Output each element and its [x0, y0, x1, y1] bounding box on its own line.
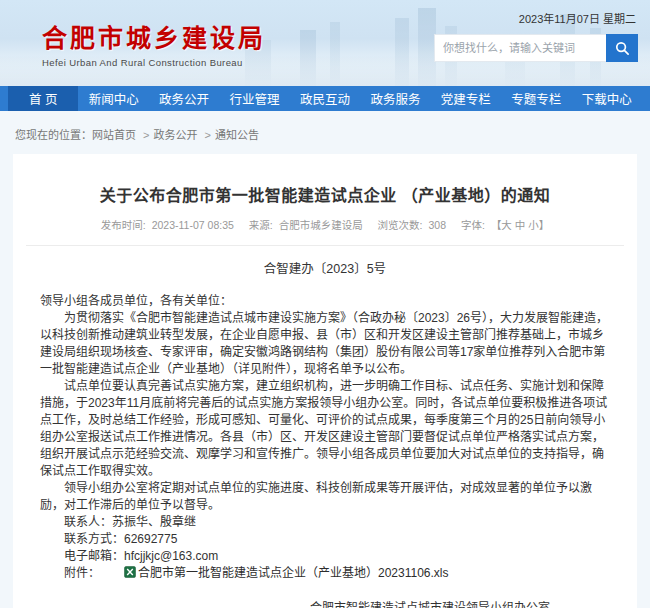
font-size-label: 字体: — [461, 219, 485, 231]
attachment-link[interactable]: 合肥市第一批智能建造试点企业（产业基地）20231106.xls — [138, 566, 449, 580]
contact-phone: 联系方式：62692775 — [40, 531, 610, 548]
nav-item-interaction[interactable]: 政民互动 — [290, 86, 360, 111]
publish-time-label: 发布时间: — [101, 219, 146, 231]
search-bar — [434, 34, 638, 62]
salutation: 领导小组各成员单位，各有关单位： — [40, 293, 610, 310]
font-size-controls[interactable]: 【大 中 小】 — [491, 219, 549, 231]
page: 合肥市城乡建设局 Hefei Urban And Rural Construct… — [0, 0, 650, 608]
search-button[interactable] — [606, 34, 638, 62]
paragraph: 试点单位要认真完善试点实施方案，建立组织机构，进一步明确工作目标、试点任务、实施… — [40, 378, 610, 480]
document-number: 合智建办〔2023〕5号 — [40, 258, 610, 277]
signature-block: 合肥市智能建造试点城市建设领导小组办公室 2023年11月6日 — [310, 599, 550, 608]
article-body: 领导小组各成员单位，各有关单位： 为贯彻落实《合肥市智能建造试点城市建设实施方案… — [40, 293, 610, 608]
header-date: 2023年11月07日 星期二 — [434, 10, 638, 26]
breadcrumb-separator: > — [205, 129, 211, 141]
nav-item-downloads[interactable]: 下载中心 — [572, 86, 642, 111]
contact-email: 电子邮箱：hfcjjkjc@163.com — [40, 548, 610, 565]
contact-person: 联系人：苏振华、殷章继 — [40, 514, 610, 531]
breadcrumb-label: 您现在的位置： — [15, 129, 92, 141]
breadcrumb: 您现在的位置：网站首页 >政务公开 >通知公告 — [0, 111, 650, 154]
title-divider — [26, 245, 624, 246]
nav-item-services[interactable]: 政务服务 — [360, 86, 430, 111]
excel-file-icon — [100, 566, 136, 583]
site-logo-title: 合肥市城乡建设局 — [42, 18, 266, 54]
signature-org: 合肥市智能建造试点城市建设领导小组办公室 — [310, 599, 550, 608]
nav-item-industry-mgmt[interactable]: 行业管理 — [219, 86, 289, 111]
nav-item-party-building[interactable]: 党建专栏 — [431, 86, 501, 111]
views-count: 308 — [429, 219, 447, 231]
nav-item-special-topics[interactable]: 专题专栏 — [501, 86, 571, 111]
paragraph: 领导小组办公室将定期对试点单位的实施进度、科技创新成果等开展评估，对成效显著的单… — [40, 480, 610, 514]
search-input[interactable] — [434, 34, 606, 62]
attachment-row: 附件：合肥市第一批智能建造试点企业（产业基地）20231106.xls — [40, 565, 610, 583]
nav-item-gov-affairs[interactable]: 政务公开 — [149, 86, 219, 111]
article-card: 关于公布合肥市第一批智能建造试点企业 （产业基地）的通知 发布时间:2023-1… — [13, 154, 637, 608]
main-nav: 首 页 新闻中心 政务公开 行业管理 政民互动 政务服务 党建专栏 专题专栏 下… — [0, 86, 650, 111]
site-logo-subtitle: Hefei Urban And Rural Construction Burea… — [42, 57, 266, 68]
nav-item-news[interactable]: 新闻中心 — [78, 86, 148, 111]
nav-item-home[interactable]: 首 页 — [8, 86, 78, 111]
source-label: 来源: — [249, 219, 273, 231]
source-value: 合肥市城乡建设局 — [279, 219, 363, 231]
page-header: 合肥市城乡建设局 Hefei Urban And Rural Construct… — [0, 0, 650, 86]
article-meta: 发布时间:2023-11-07 08:35 来源:合肥市城乡建设局 浏览次数:3… — [40, 217, 610, 232]
views-label: 浏览次数: — [378, 219, 423, 231]
publish-time: 2023-11-07 08:35 — [152, 219, 234, 231]
attachment-label: 附件： — [64, 566, 100, 580]
site-logo[interactable]: 合肥市城乡建设局 Hefei Urban And Rural Construct… — [42, 18, 266, 68]
breadcrumb-link-gov-affairs[interactable]: 政务公开 — [154, 129, 198, 141]
article-title: 关于公布合肥市第一批智能建造试点企业 （产业基地）的通知 — [40, 182, 610, 206]
breadcrumb-separator: > — [143, 129, 149, 141]
breadcrumb-link-home[interactable]: 网站首页 — [92, 129, 136, 141]
breadcrumb-link-notices[interactable]: 通知公告 — [215, 129, 259, 141]
search-icon — [615, 41, 630, 56]
header-right: 2023年11月07日 星期二 — [434, 10, 638, 62]
paragraph: 为贯彻落实《合肥市智能建造试点城市建设实施方案》（合政办秘〔2023〕26号），… — [40, 310, 610, 378]
